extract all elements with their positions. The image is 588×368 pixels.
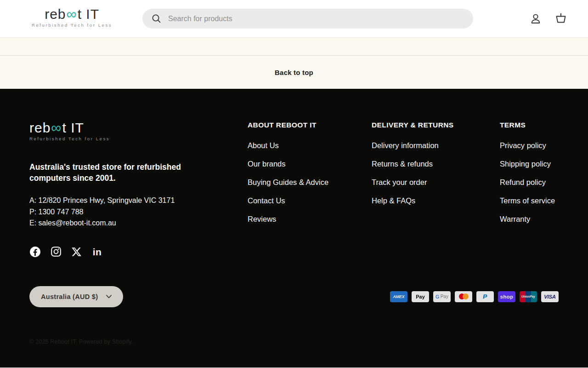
social-links: in [29,246,248,258]
link-returns-refunds[interactable]: Returns & refunds [372,159,433,168]
link-refund-policy[interactable]: Refund policy [500,178,546,187]
basket-icon [554,12,568,26]
footer-contact-block: A: 12/820 Princes Hwy, Springvale VIC 31… [29,195,248,229]
logo-text-post: t IT [78,6,99,22]
logo-wordmark: reb∞t IT [32,7,112,21]
american-express-icon: AMEX [390,291,407,302]
google-pay-icon: GPay [433,291,451,302]
link-about-us[interactable]: About Us [248,141,279,150]
account-button[interactable] [529,12,542,25]
contact-address: A: 12/820 Princes Hwy, Springvale VIC 31… [29,195,248,207]
logo-text-pre: reb [29,120,51,135]
linkedin-icon: in [93,246,102,258]
back-to-top-section: Back to top [0,56,588,89]
site-footer: reb∞t IT Refurbished Tech for Less Austr… [0,89,588,368]
column-heading: ABOUT REBOOT IT [248,121,372,129]
instagram-link[interactable] [50,246,62,258]
footer-column-delivery: DELIVERY & RETURNS Delivery information … [372,121,500,214]
footer-statement: Australia's trusted store for refurbishe… [29,161,190,184]
payment-methods: AMEX Pay GPay PP shop UnionPay VISA [390,291,559,302]
back-to-top-link[interactable]: Back to top [272,68,316,77]
column-heading: TERMS [500,121,559,129]
logo-text-post: t IT [62,120,84,135]
footer-bottom-row: Australia (AUD $) AMEX Pay GPay PP shop … [29,286,559,307]
facebook-link[interactable] [29,246,41,258]
instagram-icon [51,246,62,257]
footer-logo-wordmark: reb∞t IT [29,121,110,135]
site-header: reb∞t IT Refurbished Tech for Less [0,0,588,38]
header-actions [529,12,568,26]
shop-pay-icon: shop [498,291,515,302]
link-warranty[interactable]: Warranty [500,214,530,224]
contact-phone: P: 1300 747 788 [29,207,248,218]
search-icon [152,14,161,23]
link-reviews[interactable]: Reviews [248,214,276,224]
paypal-icon: PP [476,291,494,302]
footer-logo-tagline: Refurbished Tech for Less [29,136,110,141]
link-our-brands[interactable]: Our brands [248,159,286,168]
footer-columns: reb∞t IT Refurbished Tech for Less Austr… [29,121,559,258]
copyright-text: © 2025 Reboot IT. [29,339,77,345]
chevron-down-icon [106,295,112,299]
link-track-your-order[interactable]: Track your order [372,178,427,187]
unionpay-icon: UnionPay [520,291,537,302]
link-privacy-policy[interactable]: Privacy policy [500,141,546,150]
powered-by-shopify-link[interactable]: Powered by Shopify. [77,339,133,345]
copyright-line: © 2025 Reboot IT. Powered by Shopify. [29,339,559,345]
country-currency-selector[interactable]: Australia (AUD $) [29,286,123,307]
footer-logo[interactable]: reb∞t IT Refurbished Tech for Less [29,121,110,141]
contact-email: E: sales@reboot-it.com.au [29,218,248,229]
link-terms-of-service[interactable]: Terms of service [500,196,555,205]
mastercard-icon [455,291,472,302]
infinity-icon: ∞ [67,6,77,22]
link-help-faqs[interactable]: Help & FAQs [372,196,415,205]
x-icon [71,247,82,257]
logo-tagline: Refurbished Tech for Less [32,23,112,28]
facebook-icon [29,246,41,258]
search-input[interactable] [167,14,464,23]
column-heading: DELIVERY & RETURNS [372,121,500,129]
logo-text-pre: reb [45,6,66,22]
apple-pay-icon: Pay [412,291,429,302]
site-logo[interactable]: reb∞t IT Refurbished Tech for Less [32,7,112,28]
country-selector-label: Australia (AUD $) [41,293,98,300]
link-shipping-policy[interactable]: Shipping policy [500,159,551,168]
page-content-gap [0,38,588,56]
x-twitter-link[interactable] [71,246,82,258]
linkedin-link[interactable]: in [91,246,103,258]
link-buying-guides[interactable]: Buying Guides & Advice [248,178,328,187]
cart-button[interactable] [554,12,568,26]
visa-icon: VISA [541,291,559,302]
user-icon [529,12,542,25]
footer-column-terms: TERMS Privacy policy Shipping policy Ref… [500,121,559,233]
footer-brand-column: reb∞t IT Refurbished Tech for Less Austr… [29,121,248,258]
link-delivery-information[interactable]: Delivery information [372,141,439,150]
infinity-icon: ∞ [51,120,62,136]
search-bar[interactable] [142,9,473,29]
footer-column-about: ABOUT REBOOT IT About Us Our brands Buyi… [248,121,372,233]
link-contact-us[interactable]: Contact Us [248,196,285,205]
